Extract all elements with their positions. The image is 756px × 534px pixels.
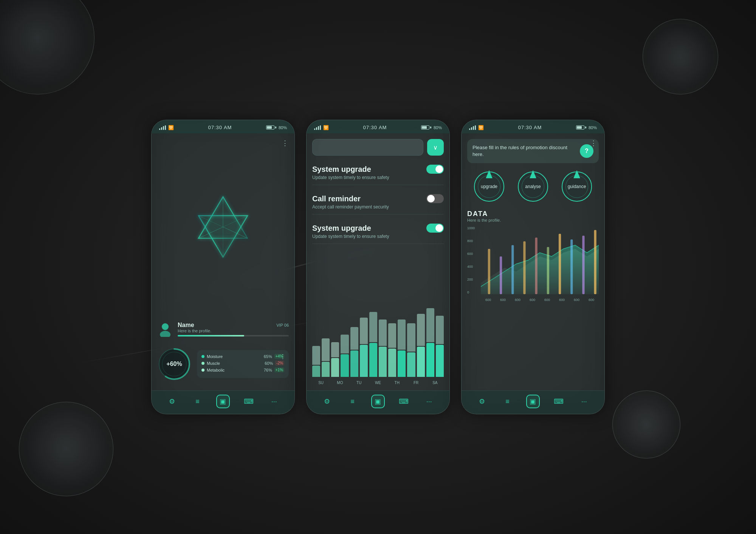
- svg-rect-24: [594, 230, 596, 294]
- stats-more-btn[interactable]: ⋮: [280, 353, 286, 360]
- bar-seg-bottom-4: [350, 350, 358, 377]
- toggle-knob-3: [435, 224, 443, 232]
- nav-home-2[interactable]: ▣: [371, 395, 385, 408]
- bar-labels: SU MO TU WE TH FR SA: [312, 379, 444, 385]
- wifi-icon-3: 🛜: [478, 125, 484, 130]
- nav-home-1[interactable]: ▣: [216, 395, 230, 408]
- icon-circle-upgrade[interactable]: upgrade: [474, 171, 504, 202]
- stat-dot-metabolic: [201, 369, 204, 372]
- stat-change-muscle: -2%: [275, 361, 284, 366]
- nav-settings-1[interactable]: ⚙: [165, 395, 179, 408]
- bar-col-8: [388, 248, 396, 377]
- dropdown-btn[interactable]: ∨: [427, 139, 444, 156]
- signal-bar-2: [161, 127, 162, 130]
- setting-system-upgrade-2: System upgrade Update system timely to e…: [312, 219, 444, 244]
- y-label-200: 200: [467, 278, 479, 281]
- y-label-600: 600: [467, 252, 479, 256]
- x-label-4: 600: [530, 298, 535, 302]
- battery-icon-2: [421, 125, 431, 130]
- nav-keyboard-3[interactable]: ⌨: [552, 395, 565, 408]
- bar-seg-bottom-10: [407, 352, 415, 377]
- more-options-btn-3[interactable]: ⋮: [590, 139, 597, 147]
- nav-more-1[interactable]: ···: [267, 395, 281, 408]
- setting-title-1: System upgrade: [312, 165, 371, 174]
- wifi-icon-2: 🛜: [323, 125, 329, 130]
- battery-icon-1: [266, 125, 276, 130]
- bottom-nav-2: ⚙ ≡ ▣ ⌨ ···: [307, 390, 449, 414]
- setting-system-upgrade-1: System upgrade Update system timely to e…: [312, 160, 444, 185]
- bar-seg-top-12: [426, 308, 434, 342]
- phone-3: 🛜 07:30 AM 80% ⋮ Please fill in the rule…: [461, 120, 605, 414]
- nav-more-2[interactable]: ···: [422, 395, 436, 408]
- bar-seg-top-5: [360, 318, 368, 344]
- toggle-system-upgrade-1[interactable]: [426, 165, 444, 174]
- y-label-400: 400: [467, 265, 479, 269]
- x-label-5: 600: [544, 298, 550, 302]
- status-time-3: 07:30 AM: [518, 125, 542, 130]
- nav-more-3[interactable]: ···: [577, 395, 591, 408]
- bar-col-12: [426, 248, 434, 377]
- more-options-btn[interactable]: ⋮: [282, 139, 289, 147]
- bottom-nav-1: ⚙ ≡ ▣ ⌨ ···: [152, 390, 294, 414]
- nav-keyboard-2[interactable]: ⌨: [397, 395, 411, 408]
- profile-section: Name VIP 06 Here is the profile.: [157, 319, 289, 339]
- phone2-content: ∨ System upgrade Update system timely to…: [307, 133, 449, 390]
- status-left-1: 🛜: [159, 125, 174, 130]
- bar-seg-top-10: [407, 323, 415, 352]
- bar-seg-top-2: [331, 342, 339, 357]
- setting-header-2: Call reminder: [312, 194, 444, 203]
- star-of-david: [185, 189, 261, 265]
- bar-label-su: SU: [312, 381, 330, 385]
- stat-name-metabolic: Metabolic: [207, 368, 262, 372]
- circle-stat: +60%: [157, 347, 191, 381]
- status-bar-3: 🛜 07:30 AM 80%: [462, 120, 604, 133]
- signal-bar-3: [163, 126, 164, 130]
- bar-seg-bottom-3: [341, 354, 349, 377]
- setting-title-call-reminder: Call reminder: [312, 194, 361, 203]
- signal-icon-2: [314, 125, 321, 130]
- phones-container: 🛜 07:30 AM 80% ⋮: [151, 120, 605, 414]
- toggle-call-reminder[interactable]: [426, 194, 444, 203]
- bar-seg-bottom-7: [379, 347, 387, 377]
- status-time-1: 07:30 AM: [208, 125, 232, 130]
- bar-seg-bottom-2: [331, 358, 339, 377]
- bar-col-1: [322, 248, 330, 377]
- help-btn-label: ?: [585, 148, 589, 154]
- icon-circle-analyse[interactable]: analyse: [518, 171, 548, 202]
- bar-label-th: TH: [388, 381, 406, 385]
- icon-circle-guidance[interactable]: guidance: [562, 171, 592, 202]
- nav-menu-3[interactable]: ≡: [500, 395, 514, 408]
- svg-rect-17: [511, 245, 514, 294]
- nav-menu-2[interactable]: ≡: [345, 395, 359, 408]
- stats-list: ⋮ Moisture 65% +4% Muscle 60% -2%: [197, 350, 289, 378]
- avatar: [157, 321, 173, 337]
- nav-settings-3[interactable]: ⚙: [475, 395, 489, 408]
- bar-seg-top-13: [436, 316, 444, 344]
- toggle-system-upgrade-2[interactable]: [426, 224, 444, 233]
- battery-fill-1: [267, 126, 272, 129]
- setting-call-reminder: Call reminder Accept call reminder payme…: [312, 190, 444, 215]
- bar-col-13: [436, 248, 444, 377]
- signal-bar-4: [165, 125, 166, 130]
- profile-sub: Here is the profile.: [178, 329, 289, 333]
- x-label-2: 600: [500, 298, 506, 302]
- stat-change-metabolic: +1%: [274, 367, 284, 372]
- nav-keyboard-1[interactable]: ⌨: [242, 395, 256, 408]
- phone-2: 🛜 07:30 AM 80% ∨: [306, 120, 450, 414]
- search-box[interactable]: [312, 139, 423, 156]
- nav-menu-1[interactable]: ≡: [191, 395, 204, 408]
- bg-bubble-4: [612, 390, 680, 458]
- nav-settings-2[interactable]: ⚙: [320, 395, 334, 408]
- stat-dot-moisture: [201, 355, 204, 358]
- bg-bubble-2: [643, 19, 718, 94]
- status-right-3: 80%: [576, 125, 597, 130]
- battery-percent-3: 80%: [589, 125, 597, 130]
- setting-sub-1: Update system timely to ensure safety: [312, 175, 444, 180]
- status-time-2: 07:30 AM: [363, 125, 387, 130]
- bar-col-6: [369, 248, 377, 377]
- toggle-knob-1: [435, 165, 443, 173]
- stat-item-muscle: Muscle 60% -2%: [201, 361, 284, 366]
- svg-rect-21: [559, 234, 561, 294]
- setting-sub-2: Update system timely to ensure safety: [312, 234, 444, 239]
- nav-home-3[interactable]: ▣: [526, 395, 540, 408]
